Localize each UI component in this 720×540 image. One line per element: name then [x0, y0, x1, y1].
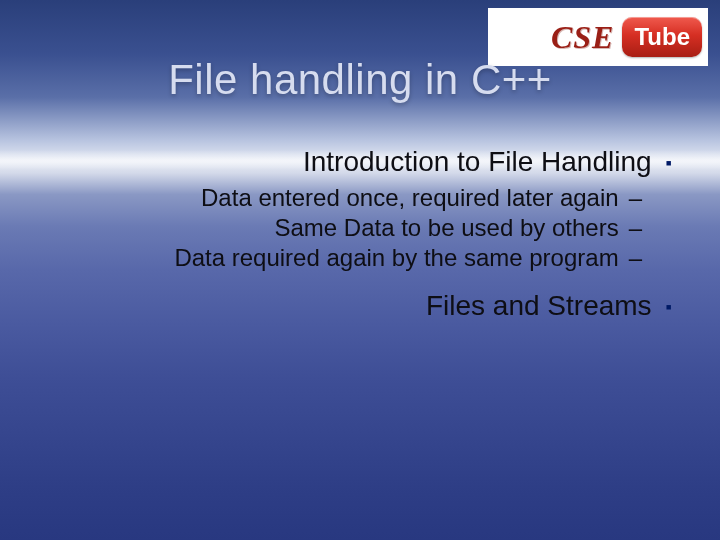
list-item: Data entered once, required later again … [40, 184, 672, 212]
square-bullet-icon: ▪ [666, 154, 672, 172]
list-item-text: Data required again by the same program [174, 244, 618, 272]
dash-bullet-icon: – [629, 184, 642, 212]
dash-bullet-icon: – [629, 214, 642, 242]
section-heading-text: Files and Streams [426, 290, 652, 322]
list-item: Same Data to be used by others – [40, 214, 672, 242]
section-heading-text: Introduction to File Handling [303, 146, 652, 178]
list-item-text: Same Data to be used by others [274, 214, 618, 242]
slide-title: File handling in C++ [0, 56, 720, 104]
square-bullet-icon: ▪ [666, 298, 672, 316]
slide-content: Introduction to File Handling ▪ Data ent… [40, 140, 672, 328]
logo-cse-text: CSE [498, 19, 614, 56]
dash-bullet-icon: – [629, 244, 642, 272]
section-heading-intro: Introduction to File Handling ▪ [40, 146, 672, 178]
section-heading-files-streams: Files and Streams ▪ [40, 290, 672, 322]
logo-tube-badge: Tube [622, 17, 702, 57]
list-item-text: Data entered once, required later again [201, 184, 619, 212]
list-item: Data required again by the same program … [40, 244, 672, 272]
